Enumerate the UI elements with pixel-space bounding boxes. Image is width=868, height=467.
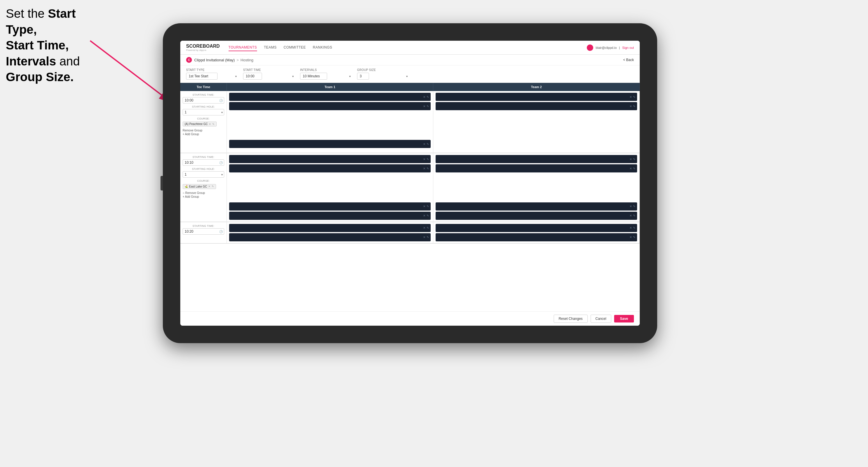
course-edit-1[interactable]: ✎ [212, 123, 215, 126]
add-group-btn-2[interactable]: + Add Group [183, 195, 224, 198]
start-type-select[interactable]: 1st Tee Start Shotgun Start [186, 73, 218, 80]
sign-out-link[interactable]: Sign out [622, 46, 634, 50]
player-slot-2-7: ✕ ✎ [436, 203, 637, 211]
clock-icon-2: 🕐 [219, 161, 223, 164]
close-icon[interactable]: ✕ [423, 236, 426, 239]
course-label-1: COURSE: [183, 117, 224, 120]
breadcrumb-tournament[interactable]: Clippd Invitational (May) [194, 58, 235, 62]
table-header: Tee Time Team 1 Team 2 [180, 83, 640, 91]
start-type-label: Start Type [186, 68, 239, 71]
group-2-team2: ✕ ✎ ✕ ✎ [433, 153, 640, 200]
close-icon[interactable]: ✕ [629, 158, 632, 161]
user-avatar [587, 44, 593, 51]
cancel-button[interactable]: Cancel [591, 315, 611, 323]
svg-line-1 [90, 41, 172, 103]
table-body: STARTING TIME: 🕐 STARTING HOLE: 1 10 [180, 91, 640, 311]
player-slot-2-3: ✕ ✎ [436, 155, 637, 163]
group-size-select[interactable]: 3 2 4 [357, 73, 369, 80]
player-slot-1-3: ✕ ✎ [436, 93, 637, 101]
edit-icon[interactable]: ✎ [427, 226, 429, 229]
player-slot-1-4: ✕ ✎ [436, 102, 637, 110]
close-icon[interactable]: ✕ [423, 226, 426, 229]
close-icon[interactable]: ✕ [423, 205, 426, 208]
group-size-select-wrapper: 3 2 4 [357, 73, 409, 80]
close-icon[interactable]: ✕ [423, 158, 426, 161]
starting-time-input-2[interactable] [183, 159, 224, 166]
course-label-2: COURSE: [183, 179, 224, 182]
close-icon[interactable]: ✕ [423, 105, 426, 108]
course-name-2: East Lake GC [189, 185, 207, 188]
start-time-group: Start Time 10:00 10:30 [243, 68, 296, 80]
start-time-select[interactable]: 10:00 10:30 [243, 73, 262, 80]
nav-tab-teams[interactable]: TEAMS [264, 44, 277, 51]
edit-icon[interactable]: ✎ [427, 167, 429, 170]
starting-time-input-3[interactable] [183, 228, 224, 235]
edit-icon[interactable]: ✎ [633, 95, 636, 99]
save-button[interactable]: Save [614, 315, 634, 322]
course-icon-2: ⛳ [185, 185, 188, 188]
group-1-team1: ✕ ✎ ✕ ✎ [227, 91, 433, 138]
close-icon[interactable]: ✕ [423, 143, 426, 146]
nav-tab-tournaments[interactable]: TOURNAMENTS [228, 44, 257, 51]
edit-icon[interactable]: ✎ [427, 143, 429, 146]
edit-icon[interactable]: ✎ [633, 226, 636, 229]
close-icon[interactable]: ✕ [629, 214, 632, 217]
edit-icon[interactable]: ✎ [427, 214, 429, 217]
nav-tab-rankings[interactable]: RANKINGS [313, 44, 332, 51]
close-icon[interactable]: ✕ [629, 205, 632, 208]
close-icon[interactable]: ✕ [423, 214, 426, 217]
player-slot-3-1: ✕ ✎ [229, 224, 431, 232]
annotation-bold: Start Type,Start Time,Intervals [6, 7, 75, 68]
player-slot-2-5: ✕ ✎ [229, 203, 431, 211]
edit-icon[interactable]: ✎ [633, 236, 636, 239]
course-tag-2: ⛳ East Lake GC ✕ ✎ [183, 183, 224, 190]
remove-group-btn-1[interactable]: Remove Group [183, 129, 224, 132]
group-2-content: STARTING TIME: 🕐 STARTING HOLE: 1 10 [180, 153, 640, 200]
edit-icon[interactable]: ✎ [427, 236, 429, 239]
edit-icon[interactable]: ✎ [427, 158, 429, 161]
add-group-btn-1[interactable]: + Add Group [183, 133, 224, 136]
nav-tab-committee[interactable]: COMMITTEE [283, 44, 306, 51]
edit-icon[interactable]: ✎ [633, 158, 636, 161]
course-remove-2[interactable]: ✕ [208, 185, 211, 188]
edit-icon[interactable]: ✎ [633, 167, 636, 170]
player-slot-2-4: ✕ ✎ [436, 164, 637, 173]
starting-hole-wrap-1: 1 10 [183, 109, 224, 116]
starting-time-field-3: 🕐 [183, 228, 224, 235]
group-2-team1: ✕ ✎ ✕ ✎ [227, 153, 433, 200]
intervals-select[interactable]: 10 Minutes 8 Minutes 12 Minutes [300, 73, 327, 80]
remove-group-icon-2: ○ [183, 191, 184, 194]
th-team2: Team 2 [433, 83, 640, 91]
close-icon[interactable]: ✕ [629, 167, 632, 170]
course-remove-1[interactable]: ✕ [209, 123, 211, 126]
edit-icon[interactable]: ✎ [427, 205, 429, 208]
nav-tabs: TOURNAMENTS TEAMS COMMITTEE RANKINGS [228, 44, 587, 51]
player-slot-3-4: ✕ ✎ [436, 233, 637, 241]
edit-icon[interactable]: ✎ [633, 205, 636, 208]
tablet-side-button [160, 176, 163, 190]
close-icon[interactable]: ✕ [629, 105, 632, 108]
edit-icon[interactable]: ✎ [633, 214, 636, 217]
th-tee-time: Tee Time [180, 83, 227, 91]
course-edit-2[interactable]: ✎ [212, 185, 214, 188]
starting-time-input-1[interactable] [183, 97, 224, 103]
close-icon[interactable]: ✕ [629, 95, 632, 99]
edit-icon[interactable]: ✎ [427, 105, 429, 108]
back-button[interactable]: < Back [623, 58, 634, 62]
close-icon[interactable]: ✕ [423, 167, 426, 170]
starting-hole-label-2: STARTING HOLE: [183, 167, 224, 170]
close-icon[interactable]: ✕ [423, 95, 426, 99]
group-row-1: STARTING TIME: 🕐 STARTING HOLE: 1 10 [180, 91, 640, 153]
starting-hole-select-1[interactable]: 1 10 [183, 109, 224, 116]
remove-group-btn-2[interactable]: ○ Remove Group [183, 191, 224, 194]
reset-changes-button[interactable]: Reset Changes [554, 315, 588, 323]
nav-user: blair@clippd.io | Sign out [587, 44, 634, 51]
group-3-left: STARTING TIME: 🕐 [180, 222, 227, 243]
close-icon[interactable]: ✕ [629, 236, 632, 239]
group-1-team2-extra [433, 138, 640, 153]
close-icon[interactable]: ✕ [629, 226, 632, 229]
starting-hole-select-2[interactable]: 1 10 [183, 171, 224, 178]
edit-icon[interactable]: ✎ [633, 105, 636, 108]
player-slot-2-1: ✕ ✎ [229, 155, 431, 163]
edit-icon[interactable]: ✎ [427, 95, 429, 99]
